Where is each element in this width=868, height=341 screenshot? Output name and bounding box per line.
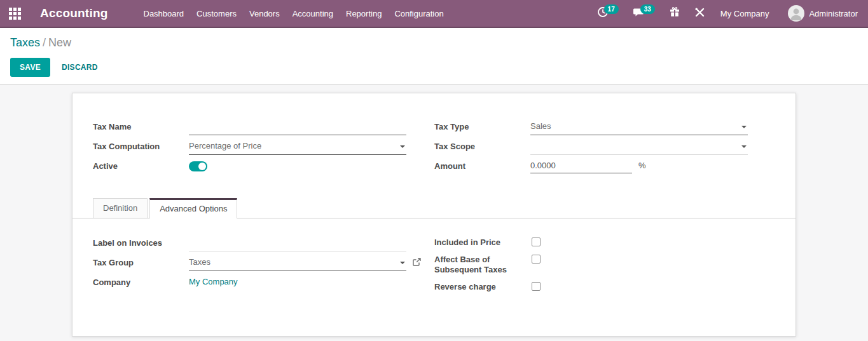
gift-icon (669, 6, 680, 20)
breadcrumb-taxes[interactable]: Taxes (10, 36, 40, 49)
reverse-charge-checkbox[interactable] (532, 282, 541, 291)
chevron-down-icon (741, 126, 747, 128)
top-navbar: Accounting Dashboard Customers Vendors A… (0, 0, 868, 28)
chevron-down-icon (400, 145, 405, 148)
menu-reporting[interactable]: Reporting (340, 1, 388, 27)
company-link[interactable]: My Company (189, 277, 238, 286)
menu-accounting[interactable]: Accounting (286, 1, 340, 27)
menu-dashboard[interactable]: Dashboard (137, 1, 191, 27)
tab-advanced-options[interactable]: Advanced Options (149, 198, 237, 218)
notebook-tabbar: Definition Advanced Options (72, 198, 796, 218)
menu-configuration[interactable]: Configuration (388, 1, 450, 27)
affect-base-label: Affect Base of Subsequent Taxes (434, 253, 532, 275)
tax-name-input[interactable] (189, 120, 406, 133)
tax-name-label: Tax Name (93, 120, 189, 135)
activities-button[interactable]: 17 (592, 4, 624, 23)
included-in-price-checkbox[interactable] (532, 237, 541, 246)
external-link-icon[interactable] (412, 257, 422, 269)
tax-type-select[interactable]: Sales (530, 120, 748, 135)
message-count-badge: 33 (640, 4, 655, 14)
chevron-down-icon (741, 145, 747, 148)
tax-scope-select[interactable] (530, 140, 748, 155)
tools-icon (694, 7, 705, 20)
menu-customers[interactable]: Customers (190, 1, 243, 27)
user-menu[interactable]: Administrator (779, 4, 862, 23)
debug-tools-button[interactable] (689, 4, 710, 23)
user-name: Administrator (809, 9, 858, 18)
tax-type-label: Tax Type (434, 120, 530, 135)
tax-computation-label: Tax Computation (93, 140, 189, 155)
avatar (788, 5, 804, 22)
main-menu: Dashboard Customers Vendors Accounting R… (137, 1, 450, 27)
tax-group-label: Tax Group (93, 256, 189, 271)
chevron-down-icon (400, 262, 405, 264)
app-title[interactable]: Accounting (40, 6, 108, 20)
breadcrumb-current: New (48, 36, 71, 49)
systray: 17 33 My Company Administrator (592, 4, 862, 23)
advanced-options-panel: Label on Invoices Tax Group Taxes (72, 218, 796, 336)
breadcrumb: Taxes/New (10, 36, 858, 50)
apps-grid-icon[interactable] (9, 8, 21, 20)
gift-button[interactable] (664, 4, 685, 23)
control-panel: Taxes/New SAVE DISCARD (0, 28, 868, 85)
company-switcher[interactable]: My Company (714, 6, 776, 21)
affect-base-checkbox[interactable] (532, 255, 541, 264)
discard-button[interactable]: DISCARD (53, 58, 107, 77)
tax-group-select[interactable]: Taxes (189, 256, 406, 271)
menu-vendors[interactable]: Vendors (243, 1, 286, 27)
tax-computation-select[interactable]: Percentage of Price (189, 140, 406, 155)
active-toggle[interactable] (189, 161, 207, 171)
amount-percent-suffix: % (638, 159, 646, 172)
save-button[interactable]: SAVE (10, 58, 50, 77)
label-on-invoices-label: Label on Invoices (93, 236, 189, 251)
form-sheet: Tax Name Tax Computation Percentage of P… (72, 93, 796, 337)
amount-input[interactable] (530, 159, 632, 173)
activity-count-badge: 17 (604, 4, 619, 14)
company-label: Company (93, 276, 189, 291)
tab-definition[interactable]: Definition (93, 198, 148, 218)
active-label: Active (93, 159, 189, 175)
amount-label: Amount (434, 159, 530, 175)
label-on-invoices-input[interactable] (189, 236, 406, 250)
breadcrumb-separator: / (40, 36, 48, 49)
content-area: Tax Name Tax Computation Percentage of P… (0, 85, 868, 341)
messages-button[interactable]: 33 (628, 4, 660, 23)
tax-scope-label: Tax Scope (434, 140, 530, 155)
reverse-charge-label: Reverse charge (434, 281, 532, 292)
included-in-price-label: Included in Price (434, 236, 532, 248)
